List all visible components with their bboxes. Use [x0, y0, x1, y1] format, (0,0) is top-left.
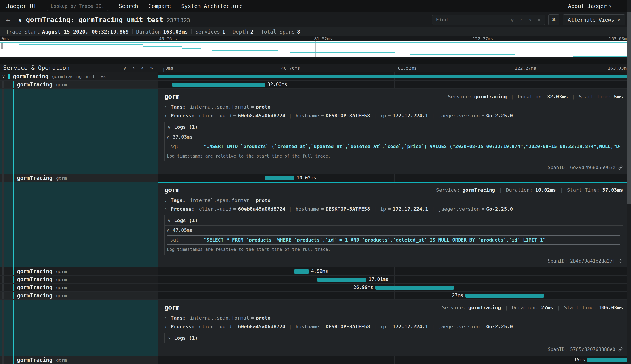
span-name-cell[interactable]: gormTracinggorm	[0, 268, 158, 276]
link-icon[interactable]	[618, 258, 623, 264]
collapse-all-icon[interactable]: »	[140, 66, 146, 70]
log-field-row: sql"INSERT INTO `products` (`created_at`…	[167, 142, 620, 151]
tags-row[interactable]: ›Tags:internal.span.format=proto	[164, 102, 623, 111]
equals-sign: =	[482, 113, 484, 118]
kv-key: ip	[380, 113, 386, 118]
separator: |	[432, 324, 434, 329]
span-color-bar	[13, 276, 14, 283]
span-timeline-cell[interactable]: 17.01ms	[158, 276, 631, 284]
process-row[interactable]: ›Process:client-uuid=60eb8a45a06d8724|ho…	[164, 111, 623, 120]
log-entry-header[interactable]: ∨47.05ms	[165, 226, 623, 234]
span-timeline-cell[interactable]: 15ms	[158, 356, 631, 364]
kv-key: hostname	[296, 324, 319, 329]
collapse-one-icon[interactable]: ∨	[123, 65, 126, 71]
span-duration-bar[interactable]	[294, 270, 309, 274]
process-row[interactable]: ›Process:client-uuid=60eb8a45a06d8724|ho…	[164, 205, 623, 214]
span-row[interactable]: gormTracinggorm17.01ms	[0, 276, 631, 284]
trace-id: 2371323	[167, 17, 190, 24]
span-name-cell[interactable]: ∨gormTracinggormTracing unit test	[0, 72, 158, 81]
span-name-cell[interactable]: gormTracinggorm	[0, 174, 158, 182]
find-next-icon[interactable]: ∨	[529, 17, 532, 22]
minimap-canvas[interactable]	[0, 41, 631, 58]
logs-header[interactable]: ›Logs (1)	[165, 333, 623, 343]
app-brand[interactable]: Jaeger UI	[6, 3, 36, 10]
span-row[interactable]: gormTracinggorm27ms	[0, 292, 631, 300]
chevron-down-icon[interactable]: ∨	[2, 74, 5, 79]
span-name-cell[interactable]: gormTracinggorm	[0, 292, 158, 300]
expand-one-icon[interactable]: ›	[132, 65, 135, 71]
tags-row[interactable]: ›Tags:internal.span.format=proto	[164, 196, 623, 205]
kv-value: DESKTOP-3ATFE58	[326, 113, 370, 118]
summary-label: Trace Start	[6, 29, 40, 35]
span-name-cell[interactable]: gormTracinggorm	[0, 356, 158, 364]
locate-icon[interactable]: ◎	[511, 17, 514, 22]
tags-label: Tags:	[171, 198, 186, 203]
span-duration-bar[interactable]	[158, 75, 631, 78]
nav-item-search[interactable]: Search	[119, 3, 138, 10]
kv-key: hostname	[296, 113, 319, 118]
span-row[interactable]: ∨gormTracinggormTracing unit test	[0, 72, 631, 81]
operation-name: gorm	[56, 357, 67, 363]
collapse-trace-icon[interactable]: ∨	[18, 16, 22, 23]
span-operation-name: gorm	[164, 93, 180, 100]
keyboard-shortcuts-button[interactable]: ⌘	[548, 14, 560, 26]
span-id-label: SpanID:	[548, 165, 568, 170]
span-detail-meta: Service:gormTracing|Duration:27ms|Start …	[442, 305, 623, 310]
link-icon[interactable]	[618, 347, 623, 352]
span-timeline-cell[interactable]	[158, 72, 631, 81]
span-row[interactable]: gormTracinggorm15ms	[0, 356, 631, 364]
find-prev-icon[interactable]: ∧	[520, 17, 523, 22]
timeline-ruler: 0ms 40.76ms 81.52ms 122.27ms 163.03ms	[164, 64, 631, 72]
span-duration-bar[interactable]	[265, 176, 294, 180]
tags-row[interactable]: ›Tags:internal.span.format=proto	[164, 314, 623, 322]
span-timeline-cell[interactable]: 4.99ms	[158, 268, 631, 276]
span-row[interactable]: gormTracinggorm26.99ms	[0, 284, 631, 292]
kv-key: ip	[380, 324, 386, 329]
gridline	[316, 41, 316, 58]
expand-all-icon[interactable]: »	[150, 65, 153, 71]
indent-guide	[2, 356, 4, 364]
process-row[interactable]: ›Process:client-uuid=60eb8a45a06d8724|ho…	[164, 322, 623, 331]
nav-item-system-architecture[interactable]: System Architecture	[181, 3, 243, 10]
span-name-cell[interactable]: gormTracinggorm	[0, 284, 158, 292]
span-duration-bar[interactable]	[172, 83, 265, 87]
back-arrow-button[interactable]: ←	[6, 16, 10, 24]
span-row[interactable]: gormTracinggorm4.99ms	[0, 268, 631, 276]
span-duration-bar[interactable]	[376, 286, 454, 290]
kv-key: internal.span.format	[190, 104, 249, 110]
span-color-bar	[13, 356, 14, 364]
scrollbar-thumb[interactable]	[628, 12, 631, 204]
kv-key: client-uuid	[199, 324, 232, 329]
find-clear-icon[interactable]: ×	[538, 17, 540, 22]
nav-item-compare[interactable]: Compare	[148, 3, 171, 10]
span-timeline-cell[interactable]: 10.02ms	[158, 174, 631, 182]
kv-value: DESKTOP-3ATFE58	[326, 206, 370, 212]
span-row[interactable]: gormTracinggorm10.02ms	[0, 174, 631, 182]
log-note: Log timestamps are relative to the start…	[165, 151, 623, 161]
find-input[interactable]	[432, 16, 506, 24]
vertical-scrollbar[interactable]	[628, 0, 631, 364]
span-timeline-cell[interactable]: 26.99ms	[158, 284, 631, 292]
span-timeline-cell[interactable]: 32.03ms	[158, 81, 631, 89]
span-timeline-cell[interactable]: 27ms	[158, 292, 631, 300]
span-duration-bar[interactable]	[317, 278, 366, 282]
span-name-cell[interactable]: gormTracinggorm	[0, 276, 158, 284]
span-row[interactable]: gormTracinggorm32.03ms	[0, 81, 631, 89]
log-entry-header[interactable]: ∨37.03ms	[165, 132, 623, 141]
meta-label: Duration:	[512, 305, 538, 310]
indent-guide	[2, 174, 4, 182]
link-icon[interactable]	[618, 165, 623, 170]
span-detail-indent	[0, 300, 158, 356]
span-name-cell[interactable]: gormTracinggorm	[0, 81, 158, 89]
minimap-span-bar	[410, 54, 515, 56]
logs-header[interactable]: ∨Logs (1)	[165, 216, 623, 226]
about-jaeger-menu[interactable]: About Jaeger ∨	[568, 3, 625, 10]
log-timestamp: 47.05ms	[173, 228, 192, 233]
span-duration-bar[interactable]	[588, 358, 631, 362]
span-duration-bar[interactable]	[466, 294, 544, 298]
trace-lookup-input[interactable]	[47, 2, 108, 11]
operation-name: gorm	[56, 176, 67, 181]
logs-header[interactable]: ∨Logs (1)	[165, 122, 623, 132]
separator: |	[432, 113, 434, 118]
alternate-views-button[interactable]: Alternate Views ∨	[563, 14, 625, 26]
